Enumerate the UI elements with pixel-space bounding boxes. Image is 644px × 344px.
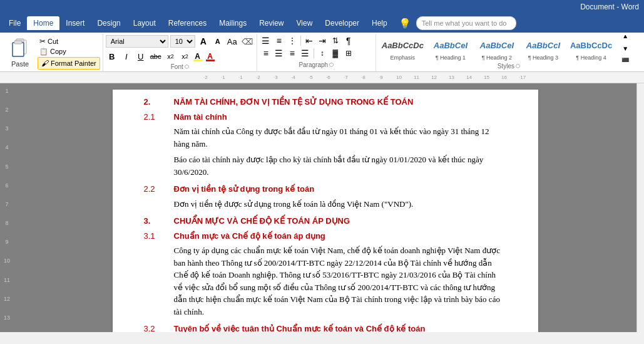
- copy-button[interactable]: 📋 Copy: [38, 47, 100, 56]
- styles-scroll-down[interactable]: ▼: [619, 43, 631, 54]
- style-heading3[interactable]: AaBbCcI ¶ Heading 3: [521, 35, 566, 62]
- ribbon-row: Paste ✂ Cut 📋 Copy 🖌 Format Painter: [3, 34, 641, 71]
- increase-indent-button[interactable]: ⇥: [316, 35, 329, 46]
- heading1-label: ¶ Heading 1: [436, 55, 466, 61]
- ribbon: Paste ✂ Cut 📋 Copy 🖌 Format Painter: [0, 33, 644, 72]
- ruler-mark-13: 13: [449, 75, 454, 80]
- menu-view[interactable]: View: [290, 16, 319, 30]
- strikethrough-button[interactable]: abc: [149, 50, 163, 63]
- ruler-mark-3: ·3: [273, 75, 278, 80]
- ruler-mark-7: ·7: [344, 75, 348, 80]
- ruler-mark-12: 12: [431, 75, 437, 80]
- section-32-heading: 3.2 Tuyên bố về việc tuân thủ Chuẩn mực …: [144, 323, 507, 332]
- numbered-list-button[interactable]: ≡: [273, 35, 285, 46]
- menu-home[interactable]: Home: [27, 16, 59, 30]
- shading-button[interactable]: ▓: [329, 48, 342, 59]
- separator1: [300, 36, 301, 46]
- para-row2: ≡ ☰ ≡ ☰ ↕ ▓ ⊞: [260, 48, 355, 59]
- section-31-heading: 3.1 Chuẩn mực và Chế độ kế toán áp dụng: [144, 230, 507, 242]
- styles-group-label: Styles ⬡: [379, 62, 639, 70]
- margin-12: 12: [4, 294, 10, 313]
- clipboard-group: Paste ✂ Cut 📋 Copy 🖌 Format Painter: [3, 34, 103, 71]
- emphasis-label: Emphasis: [391, 55, 416, 61]
- align-left-button[interactable]: ≡: [260, 48, 272, 59]
- italic-button[interactable]: I: [120, 50, 133, 63]
- align-right-button[interactable]: ≡: [286, 48, 299, 59]
- align-center-button[interactable]: ☰: [273, 48, 285, 59]
- decrease-indent-button[interactable]: ⇤: [303, 35, 315, 46]
- underline-button[interactable]: U: [135, 50, 147, 63]
- page-container[interactable]: 2. NĂM TÀI CHÍNH, ĐƠN VỊ TIỀN TỆ SỬ DỤNG…: [14, 83, 636, 332]
- font-row2: B I U abc x2 x2 A A: [106, 50, 215, 63]
- style-heading1[interactable]: AaBbCeI ¶ Heading 1: [428, 35, 473, 62]
- section-3-num: 3.: [144, 215, 161, 227]
- heading2-preview: AaBbCeI: [480, 36, 514, 55]
- menu-layout[interactable]: Layout: [127, 16, 162, 30]
- tell-me-text: Tell me what you want to do: [422, 19, 507, 27]
- style-heading2[interactable]: AaBbCeI ¶ Heading 2: [474, 35, 519, 62]
- show-formatting-button[interactable]: ¶: [342, 35, 355, 46]
- section-2-heading: 2. NĂM TÀI CHÍNH, ĐƠN VỊ TIỀN TỆ SỬ DỤNG…: [144, 96, 507, 108]
- ruler-mark-0: ·1: [238, 75, 243, 80]
- font-grow-button[interactable]: A: [197, 35, 210, 48]
- font-size-select[interactable]: 10: [170, 35, 195, 48]
- font-face-select[interactable]: Arial: [106, 35, 168, 48]
- margin-10: 10: [4, 256, 10, 275]
- para-expand-icon[interactable]: ⬡: [329, 62, 334, 68]
- cut-button[interactable]: ✂ Cut: [38, 36, 100, 46]
- copy-icon: 📋: [39, 48, 48, 56]
- style-emphasis[interactable]: AaBbCcDc Emphasis: [379, 35, 427, 62]
- text-highlight-btn[interactable]: A: [193, 52, 202, 61]
- styles-expand-icon[interactable]: ⬡: [516, 63, 520, 69]
- paste-button[interactable]: Paste: [5, 36, 35, 69]
- ruler-mark-9: ·9: [379, 75, 383, 80]
- para-1: Năm tài chính của Công ty được bắt đầu t…: [144, 125, 507, 150]
- right-scrollbar[interactable]: [636, 83, 644, 332]
- format-painter-icon: 🖌: [41, 59, 49, 68]
- justify-button[interactable]: ☰: [299, 48, 312, 59]
- format-painter-button[interactable]: 🖌 Format Painter: [38, 57, 100, 70]
- menu-help[interactable]: Help: [365, 16, 394, 30]
- superscript-button[interactable]: x2: [179, 50, 192, 63]
- menu-references[interactable]: References: [162, 16, 213, 30]
- menu-file[interactable]: File: [3, 16, 27, 30]
- style-heading4[interactable]: AaBbCcDc ¶ Heading 4: [567, 35, 615, 62]
- sort-button[interactable]: ⇅: [329, 35, 342, 46]
- section-32-num: 3.2: [144, 323, 161, 332]
- menu-mailings[interactable]: Mailings: [213, 16, 253, 30]
- styles-more[interactable]: ⬛: [619, 55, 631, 61]
- clipboard-right: ✂ Cut 📋 Copy 🖌 Format Painter: [38, 35, 100, 70]
- menu-review[interactable]: Review: [253, 16, 290, 30]
- clear-format-button[interactable]: ⌫: [240, 35, 254, 48]
- menu-design[interactable]: Design: [91, 16, 126, 30]
- section-3-text: CHUẨN MỰC VÀ CHẾ ĐỘ KẾ TOÁN ÁP DỤNG: [174, 215, 350, 227]
- ruler-mark-8: ·8: [361, 75, 365, 80]
- heading2-label: ¶ Heading 2: [482, 55, 512, 61]
- font-group-label: Font ⬡: [106, 63, 254, 70]
- menu-insert[interactable]: Insert: [59, 16, 91, 30]
- section-22-num: 2.2: [144, 183, 161, 195]
- styles-scroll-up[interactable]: ▲: [619, 35, 631, 41]
- bold-button[interactable]: B: [106, 50, 118, 63]
- borders-button[interactable]: ⊞: [342, 48, 355, 59]
- font-color-btn[interactable]: A: [206, 52, 215, 61]
- tell-me-input[interactable]: Tell me what you want to do: [416, 16, 516, 30]
- styles-group: AaBbCcDc Emphasis AaBbCeI ¶ Heading 1 Aa…: [376, 34, 641, 71]
- font-expand-icon[interactable]: ⬡: [185, 64, 189, 70]
- section-31-num: 3.1: [144, 230, 161, 242]
- font-case-button[interactable]: Aа: [226, 35, 238, 48]
- section-22-text: Đơn vị tiền tệ sử dụng trong kế toán: [174, 183, 315, 195]
- ruler-mark-5: ·5: [309, 75, 313, 80]
- subscript-button[interactable]: x2: [165, 50, 177, 63]
- bullet-list-button[interactable]: ☰: [260, 35, 272, 46]
- line-spacing-button[interactable]: ↕: [316, 48, 329, 59]
- margin-8: 8: [5, 219, 8, 237]
- separator2: [314, 48, 314, 58]
- ruler: ·2 ·1 ·1 ·2 ·3 ·4 ·5 ·6 ·7 ·8 ·9 10 11 1…: [0, 72, 644, 83]
- font-shrink-button[interactable]: A: [212, 35, 224, 48]
- margin-6: 6: [5, 181, 8, 200]
- menu-developer[interactable]: Developer: [319, 16, 365, 30]
- multilevel-list-button[interactable]: ⋮: [286, 35, 299, 46]
- svg-rect-2: [13, 43, 24, 56]
- title-text: Document - Word: [580, 3, 639, 11]
